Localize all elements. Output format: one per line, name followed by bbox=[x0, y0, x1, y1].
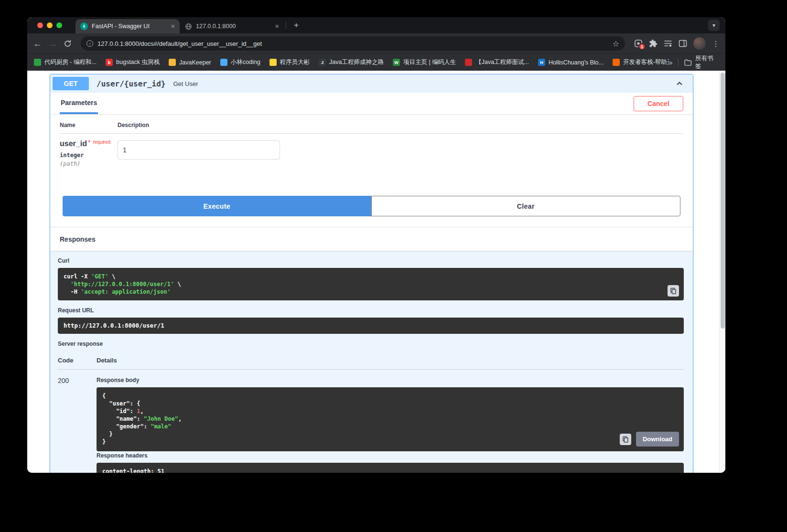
execute-row: Execute Clear bbox=[60, 183, 683, 227]
parameter-row: user_id*required integer (path) bbox=[60, 134, 683, 183]
server-response-label: Server response bbox=[58, 340, 684, 347]
bookmark-label: 【Java工程师面试... bbox=[475, 58, 529, 66]
method-badge: GET bbox=[53, 77, 89, 90]
operation-description: Get User bbox=[173, 80, 198, 87]
tab-search-chevron-icon[interactable]: ▾ bbox=[708, 20, 720, 31]
reload-icon[interactable] bbox=[64, 40, 72, 48]
browser-window: FastAPI - Swagger UI × 127.0.0.1:8000 × … bbox=[27, 17, 725, 473]
bookmark-favicon bbox=[465, 59, 472, 66]
bookmark-favicon bbox=[613, 59, 620, 66]
bookmark-label: 代码厨房 - 编程和... bbox=[44, 58, 97, 66]
scrollbar-thumb[interactable] bbox=[721, 73, 725, 329]
parameter-name-cell: user_id*required integer (path) bbox=[60, 139, 118, 167]
parameters-area: Name Description user_id*required intege… bbox=[50, 114, 693, 227]
extension-badge: 1 bbox=[638, 43, 646, 50]
bookmark-item[interactable]: JJava工程师成神之路 bbox=[319, 58, 384, 66]
side-panel-icon[interactable] bbox=[679, 39, 687, 48]
tab-divider bbox=[286, 21, 286, 29]
cancel-button[interactable]: Cancel bbox=[634, 96, 683, 111]
parameter-type: integer bbox=[60, 152, 118, 159]
curl-command-text: curl -X 'GET' \ 'http://127.0.0.1:8000/u… bbox=[64, 273, 678, 296]
column-details: Details bbox=[97, 357, 684, 364]
request-url-label: Request URL bbox=[58, 307, 684, 314]
page-content: GET /user/{user_id} Get User Parameters bbox=[27, 71, 725, 473]
new-tab-button[interactable]: + bbox=[290, 19, 302, 32]
required-asterisk: * bbox=[88, 138, 90, 146]
close-tab-icon[interactable]: × bbox=[275, 22, 279, 30]
bookmark-item[interactable]: 程序员大彬 bbox=[270, 58, 310, 66]
bookmark-star-icon[interactable]: ☆ bbox=[613, 39, 619, 48]
tab-localhost[interactable]: 127.0.0.1:8000 × bbox=[180, 19, 284, 33]
tab-fastapi-swagger[interactable]: FastAPI - Swagger UI × bbox=[75, 19, 180, 33]
copy-icon[interactable] bbox=[620, 434, 631, 445]
bookmark-item[interactable]: bbugstack 虫洞栈 bbox=[106, 58, 160, 66]
bookmark-favicon: W bbox=[393, 59, 400, 66]
collapse-chevron-icon[interactable] bbox=[675, 79, 684, 88]
responses-area: Curl curl -X 'GET' \ 'http://127.0.0.1:8… bbox=[50, 251, 693, 473]
bookmark-item[interactable]: 小林coding bbox=[220, 58, 260, 66]
bookmark-label: HollisChuang's Blo... bbox=[549, 59, 604, 66]
bookmark-favicon: b bbox=[106, 59, 113, 66]
bookmark-item[interactable]: W项目主页 | 编码人生 bbox=[393, 58, 456, 66]
tab-parameters[interactable]: Parameters bbox=[60, 93, 98, 114]
response-body-block: { "user": { "id": 1, "name": "John Doe",… bbox=[97, 387, 684, 451]
browser-toolbar: ← → i 127.0.0.1:8000/docs#/default/get_u… bbox=[27, 33, 725, 53]
response-body-actions: Download bbox=[620, 432, 679, 447]
bookmark-label: 小林coding bbox=[231, 58, 260, 66]
all-bookmarks-label: 所有书签 bbox=[695, 54, 719, 71]
bookmark-label: JavaKeeper bbox=[179, 59, 211, 66]
back-icon[interactable]: ← bbox=[33, 39, 42, 48]
parameters-header: Parameters Cancel bbox=[50, 93, 693, 114]
bookmarks-bar: 代码厨房 - 编程和...bbugstack 虫洞栈JavaKeeper小林co… bbox=[27, 53, 725, 71]
bookmark-item[interactable]: 代码厨房 - 编程和... bbox=[34, 58, 97, 66]
extensions-puzzle-icon[interactable] bbox=[649, 39, 658, 48]
user-id-input[interactable] bbox=[118, 140, 280, 160]
responses-header: Responses bbox=[50, 227, 693, 251]
opblock-get-user: GET /user/{user_id} Get User Parameters bbox=[50, 74, 693, 473]
bookmark-favicon bbox=[220, 59, 227, 66]
zoom-window-button[interactable] bbox=[56, 22, 62, 28]
curl-label: Curl bbox=[58, 257, 684, 264]
bookmark-label: Java工程师成神之路 bbox=[329, 58, 384, 66]
response-table-header: Code Details bbox=[58, 351, 684, 370]
address-bar[interactable]: i 127.0.0.1:8000/docs#/default/get_user_… bbox=[81, 36, 625, 51]
clear-button[interactable]: Clear bbox=[371, 196, 681, 216]
bookmarks-divider bbox=[678, 59, 679, 66]
forward-icon[interactable]: → bbox=[48, 39, 57, 48]
operation-summary[interactable]: GET /user/{user_id} Get User bbox=[50, 74, 693, 93]
menu-kebab-icon[interactable]: ⋮ bbox=[712, 39, 720, 48]
bookmark-favicon: H bbox=[538, 59, 545, 66]
bookmark-item[interactable]: 【Java工程师面试... bbox=[465, 58, 529, 66]
response-body-text: { "user": { "id": 1, "name": "John Doe",… bbox=[102, 392, 678, 446]
close-window-button[interactable] bbox=[37, 22, 43, 28]
globe-favicon bbox=[184, 22, 192, 30]
tab-title: FastAPI - Swagger UI bbox=[92, 23, 167, 30]
bookmark-item[interactable]: 开发者客栈-帮助开... bbox=[613, 58, 669, 66]
bookmark-label: bugstack 虫洞栈 bbox=[116, 58, 160, 66]
curl-command-block: curl -X 'GET' \ 'http://127.0.0.1:8000/u… bbox=[58, 268, 684, 300]
column-name: Name bbox=[60, 122, 118, 128]
download-button[interactable]: Download bbox=[636, 432, 679, 447]
folder-icon bbox=[684, 59, 692, 66]
copy-icon[interactable] bbox=[668, 285, 679, 297]
close-tab-icon[interactable]: × bbox=[171, 22, 175, 30]
bookmarks-overflow-chevron[interactable]: » bbox=[669, 59, 673, 66]
response-headers-label: Response headers bbox=[97, 452, 684, 459]
parameter-name: user_id bbox=[60, 139, 87, 148]
execute-button[interactable]: Execute bbox=[63, 196, 371, 216]
parameter-location: (path) bbox=[60, 160, 118, 167]
response-body-label: Response body bbox=[97, 377, 684, 383]
bookmark-label: 开发者客栈-帮助开... bbox=[623, 58, 669, 66]
bookmark-item[interactable]: HHollisChuang's Blo... bbox=[538, 59, 604, 66]
bookmark-favicon bbox=[34, 59, 41, 66]
minimize-window-button[interactable] bbox=[47, 22, 53, 28]
site-info-icon[interactable]: i bbox=[86, 40, 93, 47]
screenshot-extension-icon[interactable]: 1 bbox=[634, 39, 643, 48]
bookmark-item[interactable]: JavaKeeper bbox=[169, 59, 211, 66]
media-controls-icon[interactable] bbox=[664, 40, 672, 47]
profile-avatar[interactable] bbox=[693, 37, 706, 50]
response-details: Response body { "user": { "id": 1, "name… bbox=[97, 376, 684, 473]
all-bookmarks-button[interactable]: 所有书签 bbox=[684, 54, 719, 71]
scrollbar[interactable] bbox=[719, 71, 725, 473]
swagger-page: GET /user/{user_id} Get User Parameters bbox=[27, 71, 719, 473]
